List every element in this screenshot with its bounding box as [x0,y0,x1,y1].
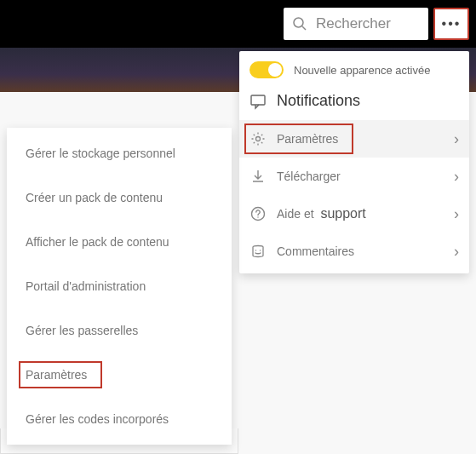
submenu-item-portail-admin[interactable]: Portail d'administration [7,264,232,308]
top-bar: Rechercher ••• [0,0,476,48]
menu-item-label: Télécharger [277,170,444,183]
chevron-right-icon: › [454,130,459,148]
submenu-item-stockage[interactable]: Gérer le stockage personnel [7,131,232,175]
chevron-right-icon: › [454,243,459,261]
more-options-button[interactable]: ••• [433,8,469,40]
menu-item-label: Paramètres [277,132,444,146]
svg-point-0 [294,18,303,27]
toggle-knob [268,63,282,77]
svg-point-7 [260,250,261,250]
comment-icon [249,93,267,110]
submenu-item-parametres[interactable]: Paramètres [7,353,232,397]
menu-item-parametres[interactable]: Paramètres › [239,120,469,158]
svg-point-6 [255,250,256,250]
svg-point-3 [256,137,261,141]
search-icon [292,16,307,32]
notifications-label: Notifications [277,92,360,110]
submenu-item-codes[interactable]: Gérer les codes incorporés [7,397,232,441]
menu-item-label: Commentaires [277,244,444,258]
notifications-row[interactable]: Notifications [239,83,469,120]
ellipsis-icon: ••• [442,16,462,32]
new-look-toggle-row[interactable]: Nouvelle apparence activée [239,51,469,83]
svg-point-5 [257,216,258,217]
menu-item-telecharger[interactable]: Télécharger › [239,158,469,195]
search-input[interactable]: Rechercher [284,8,428,40]
submenu-item-creer-pack[interactable]: Créer un pack de contenu [7,175,232,220]
menu-item-label: Aide et support [277,206,444,221]
search-placeholder: Rechercher [316,15,391,32]
settings-dropdown-panel: Nouvelle apparence activée Notifications… [239,51,469,273]
toggle-switch-on[interactable] [249,61,284,78]
submenu-item-passerelles[interactable]: Gérer les passerelles [7,308,232,353]
menu-item-commentaires[interactable]: Commentaires › [239,233,469,270]
gear-icon [249,130,267,147]
toggle-label: Nouvelle apparence activée [294,64,430,77]
parametres-submenu: Gérer le stockage personnel Créer un pac… [7,128,232,445]
svg-line-1 [302,26,306,30]
chevron-right-icon: › [454,168,459,186]
chevron-right-icon: › [454,205,459,223]
download-icon [249,168,267,185]
smile-icon [249,243,267,260]
submenu-item-afficher-pack[interactable]: Afficher le pack de contenu [7,220,232,264]
question-icon [249,205,267,222]
svg-rect-2 [251,95,265,105]
menu-item-aide[interactable]: Aide et support › [239,195,469,233]
